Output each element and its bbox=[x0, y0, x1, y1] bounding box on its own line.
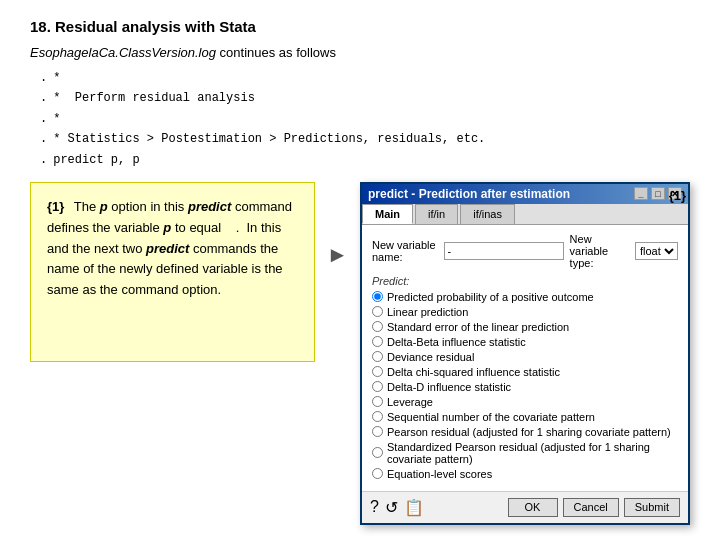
code-block: . * . * Perform residual analysis . * . … bbox=[40, 68, 690, 170]
radio-1[interactable] bbox=[372, 291, 383, 302]
code-line-2: . * Perform residual analysis bbox=[40, 88, 690, 108]
new-variable-label: New variable name: bbox=[372, 239, 438, 263]
bullet-1: . bbox=[40, 68, 47, 88]
callout-p-var: p bbox=[100, 199, 108, 214]
dialog-tabs: Main if/in if/inas bbox=[362, 204, 688, 225]
radio-10[interactable] bbox=[372, 426, 383, 437]
dialog-title-text: predict - Prediction after estimation bbox=[368, 187, 570, 201]
main-content: 18. Residual analysis with Stata Esophag… bbox=[0, 0, 720, 535]
radio-option-11: Standardized Pearson residual (adjusted … bbox=[372, 441, 678, 465]
radio-label-1: Predicted probability of a positive outc… bbox=[387, 291, 594, 303]
minimize-button[interactable]: _ bbox=[634, 187, 648, 200]
radio-9[interactable] bbox=[372, 411, 383, 422]
footer-icons: ? ↺ 📋 bbox=[370, 498, 503, 517]
callout-text-option: option in this bbox=[111, 199, 188, 214]
radio-2[interactable] bbox=[372, 306, 383, 317]
radio-option-12: Equation-level scores bbox=[372, 468, 678, 480]
subtitle: EsophagelaCa.ClassVersion.log continues … bbox=[30, 45, 690, 60]
dialog-window: predict - Prediction after estimation _ … bbox=[360, 182, 690, 525]
code-text-5: predict p, p bbox=[53, 150, 139, 170]
radio-label-4: Delta-Beta influence statistic bbox=[387, 336, 526, 348]
radio-6[interactable] bbox=[372, 366, 383, 377]
code-line-4: . * Statistics > Postestimation > Predic… bbox=[40, 129, 690, 149]
copy-icon[interactable]: 📋 bbox=[404, 498, 424, 517]
submit-button[interactable]: Submit bbox=[624, 498, 680, 517]
radio-option-8: Leverage bbox=[372, 396, 678, 408]
code-line-1: . * bbox=[40, 68, 690, 88]
bullet-5: . bbox=[40, 150, 47, 170]
code-text-1: * bbox=[53, 68, 60, 88]
radio-5[interactable] bbox=[372, 351, 383, 362]
callout-predict-word: predict bbox=[188, 199, 231, 214]
radio-option-5: Deviance residual bbox=[372, 351, 678, 363]
radio-label-7: Delta-D influence statistic bbox=[387, 381, 511, 393]
reset-icon[interactable]: ↺ bbox=[385, 498, 398, 517]
radio-option-2: Linear prediction bbox=[372, 306, 678, 318]
callout-predict-word2: predict bbox=[146, 241, 189, 256]
radio-options: Predicted probability of a positive outc… bbox=[372, 291, 678, 480]
radio-option-9: Sequential number of the covariate patte… bbox=[372, 411, 678, 423]
radio-label-2: Linear prediction bbox=[387, 306, 468, 318]
code-text-2: * Perform residual analysis bbox=[53, 88, 255, 108]
callout-ref-num: {1} bbox=[47, 199, 64, 214]
code-line-5: . predict p, p bbox=[40, 150, 690, 170]
code-line-3: . * bbox=[40, 109, 690, 129]
radio-label-10: Pearson residual (adjusted for 1 sharing… bbox=[387, 426, 671, 438]
radio-option-4: Delta-Beta influence statistic bbox=[372, 336, 678, 348]
radio-4[interactable] bbox=[372, 336, 383, 347]
radio-12[interactable] bbox=[372, 468, 383, 479]
radio-option-1: Predicted probability of a positive outc… bbox=[372, 291, 678, 303]
subtitle-suffix: continues as follows bbox=[220, 45, 336, 60]
callout-box: {1} The p option in this predict command… bbox=[30, 182, 315, 362]
radio-label-11: Standardized Pearson residual (adjusted … bbox=[387, 441, 678, 465]
new-variable-type-select[interactable]: float bbox=[635, 242, 678, 260]
statistics-text: Statistics bbox=[68, 132, 140, 146]
callout-text-the: The bbox=[74, 199, 100, 214]
new-variable-input[interactable] bbox=[444, 242, 564, 260]
page-title: 18. Residual analysis with Stata bbox=[30, 18, 690, 35]
maximize-button[interactable]: □ bbox=[651, 187, 665, 200]
bullet-2: . bbox=[40, 88, 47, 108]
new-variable-type-label: New variable type: bbox=[570, 233, 629, 269]
bullet-3: . bbox=[40, 109, 47, 129]
code-text-4: * Statistics > Postestimation > Predicti… bbox=[53, 129, 485, 149]
callout-p-var2: p bbox=[163, 220, 171, 235]
arrow-connector: ► bbox=[325, 242, 350, 268]
radio-7[interactable] bbox=[372, 381, 383, 392]
radio-label-9: Sequential number of the covariate patte… bbox=[387, 411, 595, 423]
radio-8[interactable] bbox=[372, 396, 383, 407]
dialog-footer: ? ↺ 📋 OK Cancel Submit bbox=[362, 491, 688, 523]
brace-ref-right: {1} bbox=[669, 188, 686, 203]
radio-option-10: Pearson residual (adjusted for 1 sharing… bbox=[372, 426, 678, 438]
subtitle-filename: EsophagelaCa.ClassVersion.log bbox=[30, 45, 216, 60]
radio-option-6: Delta chi-squared influence statistic bbox=[372, 366, 678, 378]
radio-11[interactable] bbox=[372, 447, 383, 458]
tab-ifin[interactable]: if/in bbox=[415, 204, 458, 224]
ok-button[interactable]: OK bbox=[508, 498, 558, 517]
lower-section: {1} The p option in this predict command… bbox=[30, 182, 690, 525]
radio-3[interactable] bbox=[372, 321, 383, 332]
help-icon[interactable]: ? bbox=[370, 498, 379, 516]
radio-label-12: Equation-level scores bbox=[387, 468, 492, 480]
cancel-button[interactable]: Cancel bbox=[563, 498, 619, 517]
arrow-icon: ► bbox=[326, 242, 348, 268]
new-variable-row: New variable name: New variable type: fl… bbox=[372, 233, 678, 269]
radio-label-3: Standard error of the linear prediction bbox=[387, 321, 569, 333]
bullet-4: . bbox=[40, 129, 47, 149]
tab-ifinas[interactable]: if/inas bbox=[460, 204, 515, 224]
dialog-body: New variable name: New variable type: fl… bbox=[362, 225, 688, 491]
radio-label-5: Deviance residual bbox=[387, 351, 474, 363]
radio-label-8: Leverage bbox=[387, 396, 433, 408]
tab-main[interactable]: Main bbox=[362, 204, 413, 224]
radio-label-6: Delta chi-squared influence statistic bbox=[387, 366, 560, 378]
radio-option-3: Standard error of the linear prediction bbox=[372, 321, 678, 333]
dialog-titlebar: predict - Prediction after estimation _ … bbox=[362, 184, 688, 204]
radio-option-7: Delta-D influence statistic bbox=[372, 381, 678, 393]
predict-section-label: Predict: bbox=[372, 275, 678, 287]
code-text-3: * bbox=[53, 109, 60, 129]
